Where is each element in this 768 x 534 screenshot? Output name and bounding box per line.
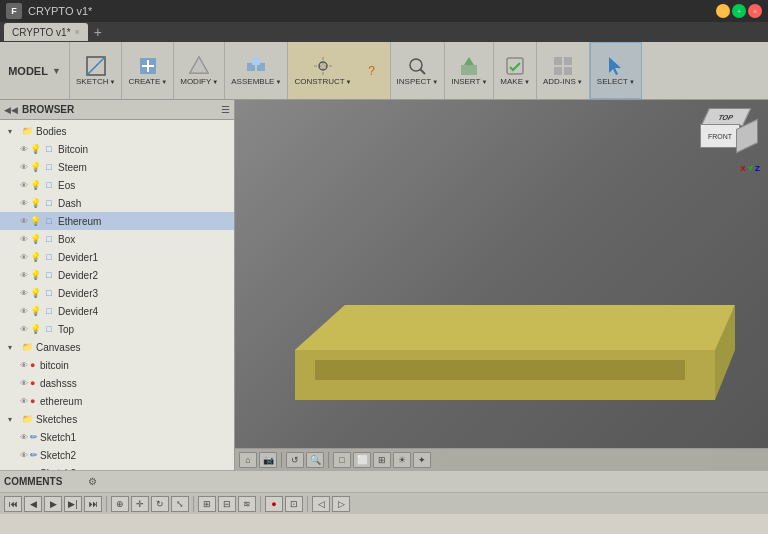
window-controls[interactable]: – + ×: [716, 4, 762, 18]
sketch-tool[interactable]: SKETCH▼: [72, 44, 119, 97]
tree-item-top[interactable]: 👁 💡 □ Top: [0, 320, 234, 338]
nav-left-button[interactable]: ◁: [312, 496, 330, 512]
visibility-box-icon[interactable]: 👁: [20, 235, 30, 244]
svg-rect-9: [252, 57, 260, 65]
construct-tool[interactable]: CONSTRUCT▼: [290, 44, 355, 97]
prev-frame-button[interactable]: ◀: [24, 496, 42, 512]
tree-item-dashsss[interactable]: 👁 ● dashsss: [0, 374, 234, 392]
home-view-button[interactable]: ⌂: [239, 452, 257, 468]
navigation-cube[interactable]: TOP FRONT X Y Z: [700, 108, 760, 168]
tree-item-sketch2[interactable]: 👁 ✏ Sketch2: [0, 446, 234, 464]
addins-tool[interactable]: ADD-INS▼: [539, 44, 587, 97]
contact-button[interactable]: ⊟: [218, 496, 236, 512]
visibility-dash-icon[interactable]: 👁: [20, 199, 30, 208]
visibility-devider1-icon[interactable]: 👁: [20, 253, 30, 262]
visibility-sketch2-icon[interactable]: 👁: [20, 451, 30, 460]
svg-marker-46: [295, 350, 715, 360]
move-button[interactable]: ✛: [131, 496, 149, 512]
grid-button[interactable]: ⊞: [373, 452, 391, 468]
tree-item-dash[interactable]: 👁 💡 □ Dash: [0, 194, 234, 212]
visibility-eos-icon[interactable]: 👁: [20, 181, 30, 190]
tree-section-bodies[interactable]: ▾ 📁 Bodies: [0, 122, 234, 140]
main-tab[interactable]: CRYPTO v1* ×: [4, 23, 88, 41]
visibility-bitcoin-icon[interactable]: 👁: [20, 145, 30, 154]
scale-button[interactable]: ⤡: [171, 496, 189, 512]
sketch3-icon: ✏: [30, 468, 40, 470]
browser-settings[interactable]: ☰: [221, 104, 230, 115]
first-frame-button[interactable]: ⏮: [4, 496, 22, 512]
devider2-label: Devider2: [58, 270, 98, 281]
display-mode-button[interactable]: □: [333, 452, 351, 468]
svg-rect-21: [564, 67, 572, 75]
orbit-button[interactable]: ↺: [286, 452, 304, 468]
tree-item-devider1[interactable]: 👁 💡 □ Devider1: [0, 248, 234, 266]
zoom-button[interactable]: 🔍: [306, 452, 324, 468]
tree-item-devider4[interactable]: 👁 💡 □ Devider4: [0, 302, 234, 320]
3d-viewport[interactable]: TOP FRONT X Y Z ⌂ 📷: [235, 100, 768, 470]
visibility-top-icon[interactable]: 👁: [20, 325, 30, 334]
assemble-tool[interactable]: ASSEMBLE▼: [227, 44, 285, 97]
cube-front-face[interactable]: FRONT: [700, 124, 740, 148]
visibility-devider3-icon[interactable]: 👁: [20, 289, 30, 298]
canvas-bitcoin-icon: ●: [30, 360, 40, 370]
camera-button[interactable]: 📷: [259, 452, 277, 468]
model-selector[interactable]: MODEL ▼: [0, 42, 70, 99]
tab-close-icon[interactable]: ×: [75, 27, 80, 37]
insert-tool[interactable]: INSERT▼: [447, 44, 491, 97]
rotate-button[interactable]: ↻: [151, 496, 169, 512]
main-area: ◀◀ BROWSER ☰ ▾ 📁 Bodies 👁 💡 □ Bitcoin 👁: [0, 100, 768, 470]
tree-item-ethereum-canvas[interactable]: 👁 ● ethereum: [0, 392, 234, 410]
visibility-dashsss-icon[interactable]: 👁: [20, 379, 30, 388]
tree-item-steem[interactable]: 👁 💡 □ Steem: [0, 158, 234, 176]
snap-button[interactable]: ⊕: [111, 496, 129, 512]
body-bitcoin-icon: □: [42, 142, 56, 156]
visibility-devider4-icon[interactable]: 👁: [20, 307, 30, 316]
last-frame-button[interactable]: ⏭: [84, 496, 102, 512]
effects-button[interactable]: ✦: [413, 452, 431, 468]
play-button[interactable]: ▶: [44, 496, 62, 512]
tree-item-bitcoin[interactable]: 👁 💡 □ Bitcoin: [0, 140, 234, 158]
make-tool[interactable]: MAKE▼: [496, 44, 534, 97]
visibility-devider2-icon[interactable]: 👁: [20, 271, 30, 280]
canvases-folder-icon: 📁: [20, 340, 34, 354]
nav-right-button[interactable]: ▷: [332, 496, 350, 512]
visibility-ethereum-icon[interactable]: 👁: [20, 217, 30, 226]
modify-tool[interactable]: MODIFY▼: [176, 44, 222, 97]
model-dropdown-icon[interactable]: ▼: [52, 66, 61, 76]
environment-button[interactable]: ☀: [393, 452, 411, 468]
new-tab-button[interactable]: +: [94, 24, 102, 40]
tree-item-devider2[interactable]: 👁 💡 □ Devider2: [0, 266, 234, 284]
motion-button[interactable]: ≋: [238, 496, 256, 512]
joint-button[interactable]: ⊞: [198, 496, 216, 512]
create-tool[interactable]: CREATE▼: [124, 44, 171, 97]
comments-settings-icon[interactable]: ⚙: [88, 476, 97, 487]
next-frame-button[interactable]: ▶|: [64, 496, 82, 512]
tree-section-sketches[interactable]: ▾ 📁 Sketches: [0, 410, 234, 428]
tree-item-ethereum[interactable]: 👁 💡 □ Ethereum: [0, 212, 234, 230]
minimize-button[interactable]: –: [716, 4, 730, 18]
maximize-button[interactable]: +: [732, 4, 746, 18]
visibility-bitcoin-canvas-icon[interactable]: 👁: [20, 361, 30, 370]
select-tool[interactable]: SELECT▼: [593, 45, 639, 96]
visibility-ethereum-canvas-icon[interactable]: 👁: [20, 397, 30, 406]
model-label: MODEL: [8, 65, 48, 77]
camera-view-button[interactable]: ⊡: [285, 496, 303, 512]
tree-item-bitcoin-canvas[interactable]: 👁 ● bitcoin: [0, 356, 234, 374]
visibility-steem-icon[interactable]: 👁: [20, 163, 30, 172]
bulb-top-icon: 💡: [30, 324, 40, 334]
tree-section-canvases[interactable]: ▾ 📁 Canvases: [0, 338, 234, 356]
sidebar-collapse-left[interactable]: ◀◀: [4, 105, 18, 115]
tree-item-eos[interactable]: 👁 💡 □ Eos: [0, 176, 234, 194]
visibility-sketch1-icon[interactable]: 👁: [20, 433, 30, 442]
tree-item-sketch1[interactable]: 👁 ✏ Sketch1: [0, 428, 234, 446]
inspect-tool[interactable]: INSPECT▼: [393, 44, 443, 97]
modify-group: MODIFY▼: [174, 42, 225, 99]
record-button[interactable]: ●: [265, 496, 283, 512]
create-group: CREATE▼: [122, 42, 174, 99]
tree-item-box[interactable]: 👁 💡 □ Box: [0, 230, 234, 248]
tree-item-devider3[interactable]: 👁 💡 □ Devider3: [0, 284, 234, 302]
visual-style-button[interactable]: ⬜: [353, 452, 371, 468]
visibility-sketch3-icon[interactable]: 👁: [20, 469, 30, 471]
tree-item-sketch3[interactable]: 👁 ✏ Sketch3: [0, 464, 234, 470]
close-button[interactable]: ×: [748, 4, 762, 18]
